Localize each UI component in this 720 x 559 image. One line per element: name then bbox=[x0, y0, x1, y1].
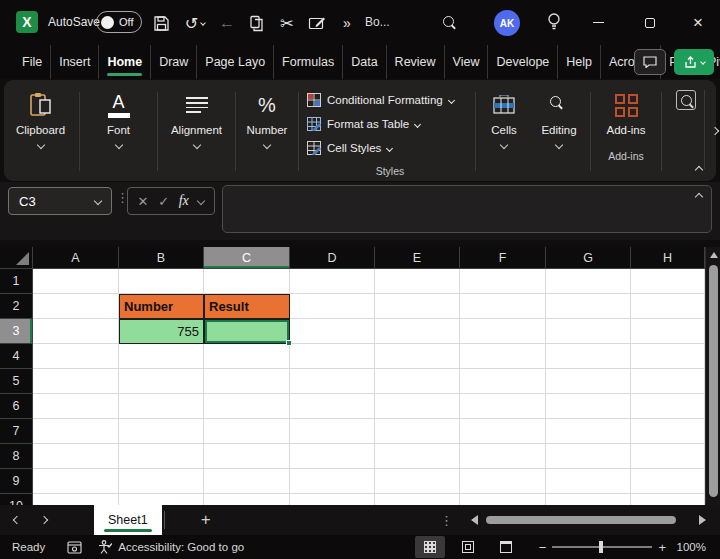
tab-page-layout[interactable]: Page Layo bbox=[196, 45, 273, 79]
cell-D7[interactable] bbox=[290, 419, 375, 444]
collapse-ribbon-icon[interactable] bbox=[695, 166, 703, 174]
page-layout-view-button[interactable] bbox=[453, 536, 483, 558]
cell-E10[interactable] bbox=[375, 494, 460, 505]
cell-E3[interactable] bbox=[375, 319, 460, 344]
cell-C8[interactable] bbox=[204, 444, 290, 469]
cell-A9[interactable] bbox=[33, 469, 119, 494]
page-break-view-button[interactable] bbox=[491, 536, 521, 558]
cell-C2[interactable]: Result bbox=[204, 294, 290, 319]
cell-G4[interactable] bbox=[546, 344, 631, 369]
fx-dropdown-icon[interactable] bbox=[197, 197, 205, 205]
cell-C9[interactable] bbox=[204, 469, 290, 494]
column-header-B[interactable]: B bbox=[119, 247, 204, 269]
cell-H3[interactable] bbox=[631, 319, 705, 344]
cell-H7[interactable] bbox=[631, 419, 705, 444]
cell-B9[interactable] bbox=[119, 469, 204, 494]
tab-home[interactable]: Home bbox=[98, 45, 150, 79]
zoom-level[interactable]: 100% bbox=[674, 541, 710, 553]
cell-E7[interactable] bbox=[375, 419, 460, 444]
cell-A10[interactable] bbox=[33, 494, 119, 505]
accessibility-icon[interactable] bbox=[98, 540, 112, 555]
cell-B4[interactable] bbox=[119, 344, 204, 369]
column-header-G[interactable]: G bbox=[546, 247, 631, 269]
cell-C5[interactable] bbox=[204, 369, 290, 394]
row-header-1[interactable]: 1 bbox=[0, 269, 33, 294]
cell-E1[interactable] bbox=[375, 269, 460, 294]
column-header-A[interactable]: A bbox=[33, 247, 119, 269]
cell-D1[interactable] bbox=[290, 269, 375, 294]
comments-button[interactable] bbox=[634, 49, 666, 75]
row-header-6[interactable]: 6 bbox=[0, 394, 33, 419]
cell-E2[interactable] bbox=[375, 294, 460, 319]
cell-E6[interactable] bbox=[375, 394, 460, 419]
share-button[interactable] bbox=[674, 49, 714, 75]
cell-F1[interactable] bbox=[460, 269, 546, 294]
cell-A2[interactable] bbox=[33, 294, 119, 319]
font-group-button[interactable]: A Font bbox=[82, 86, 155, 181]
new-sheet-button[interactable]: + bbox=[201, 510, 211, 530]
cell-B5[interactable] bbox=[119, 369, 204, 394]
name-box[interactable]: C3 bbox=[8, 187, 112, 215]
cell-B3[interactable]: 755 bbox=[119, 319, 204, 344]
tab-file[interactable]: File bbox=[14, 45, 50, 79]
select-all-button[interactable] bbox=[0, 247, 33, 269]
fill-handle[interactable] bbox=[286, 340, 292, 346]
next-sheet-icon[interactable] bbox=[34, 517, 54, 523]
editing-group-button[interactable]: Editing bbox=[530, 86, 588, 181]
cell-H1[interactable] bbox=[631, 269, 705, 294]
cancel-entry-icon[interactable]: ✕ bbox=[138, 194, 149, 209]
macro-record-icon[interactable] bbox=[67, 541, 82, 554]
row-header-2[interactable]: 2 bbox=[0, 294, 33, 319]
cell-H10[interactable] bbox=[631, 494, 705, 505]
scroll-right-icon[interactable] bbox=[699, 515, 706, 525]
cell-D8[interactable] bbox=[290, 444, 375, 469]
vertical-scroll-thumb[interactable] bbox=[709, 265, 718, 497]
cell-H8[interactable] bbox=[631, 444, 705, 469]
cell-B6[interactable] bbox=[119, 394, 204, 419]
minimize-button[interactable] bbox=[576, 0, 620, 45]
column-header-D[interactable]: D bbox=[290, 247, 375, 269]
close-button[interactable]: × bbox=[676, 0, 720, 45]
column-header-E[interactable]: E bbox=[375, 247, 460, 269]
cell-H4[interactable] bbox=[631, 344, 705, 369]
analyze-data-icon[interactable] bbox=[676, 90, 696, 110]
cell-G2[interactable] bbox=[546, 294, 631, 319]
cell-A6[interactable] bbox=[33, 394, 119, 419]
cell-G10[interactable] bbox=[546, 494, 631, 505]
cell-G5[interactable] bbox=[546, 369, 631, 394]
scroll-left-icon[interactable] bbox=[471, 515, 478, 525]
cell-F6[interactable] bbox=[460, 394, 546, 419]
cell-F2[interactable] bbox=[460, 294, 546, 319]
cell-H6[interactable] bbox=[631, 394, 705, 419]
zoom-in-button[interactable]: + bbox=[658, 540, 666, 555]
cell-A8[interactable] bbox=[33, 444, 119, 469]
excel-logo-icon[interactable]: X bbox=[16, 11, 38, 33]
cell-G1[interactable] bbox=[546, 269, 631, 294]
cell-A3[interactable] bbox=[33, 319, 119, 344]
cell-D2[interactable] bbox=[290, 294, 375, 319]
row-header-3[interactable]: 3 bbox=[0, 319, 33, 344]
confirm-entry-icon[interactable]: ✓ bbox=[158, 194, 169, 209]
cell-F9[interactable] bbox=[460, 469, 546, 494]
cell-F4[interactable] bbox=[460, 344, 546, 369]
cell-F10[interactable] bbox=[460, 494, 546, 505]
undo-button[interactable]: ↺ bbox=[180, 12, 210, 34]
cell-C10[interactable] bbox=[204, 494, 290, 505]
zoom-out-button[interactable]: − bbox=[539, 540, 547, 555]
cell-D5[interactable] bbox=[290, 369, 375, 394]
column-header-F[interactable]: F bbox=[460, 247, 546, 269]
cell-H5[interactable] bbox=[631, 369, 705, 394]
cell-F5[interactable] bbox=[460, 369, 546, 394]
sheet-options-dots-icon[interactable]: ⋮ bbox=[440, 513, 453, 528]
cell-A1[interactable] bbox=[33, 269, 119, 294]
tab-data[interactable]: Data bbox=[342, 45, 385, 79]
maximize-button[interactable] bbox=[628, 0, 672, 45]
cell-B10[interactable] bbox=[119, 494, 204, 505]
horizontal-scroll-thumb[interactable] bbox=[486, 516, 676, 524]
prev-sheet-icon[interactable] bbox=[0, 517, 34, 523]
cell-B7[interactable] bbox=[119, 419, 204, 444]
search-icon[interactable] bbox=[443, 15, 456, 33]
tab-insert[interactable]: Insert bbox=[50, 45, 98, 79]
cell-A4[interactable] bbox=[33, 344, 119, 369]
cell-C7[interactable] bbox=[204, 419, 290, 444]
